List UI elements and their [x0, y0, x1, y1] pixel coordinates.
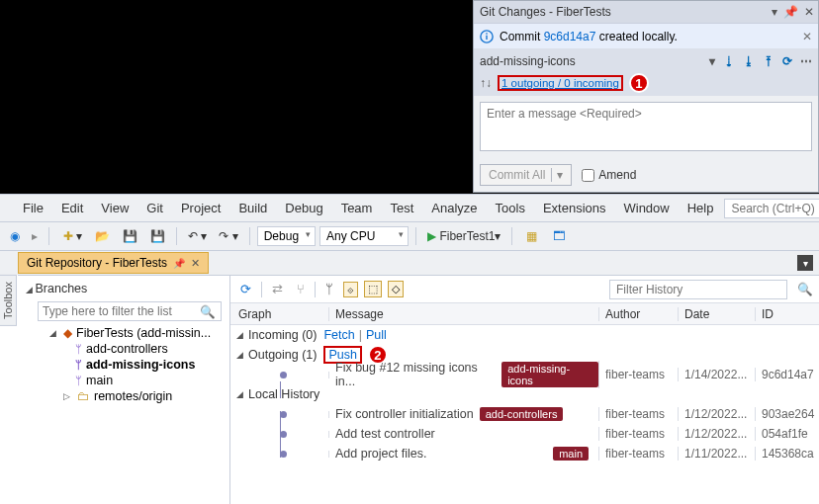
col-graph[interactable]: Graph — [230, 307, 329, 321]
history-columns: Graph Message Author Date ID — [230, 303, 819, 325]
nav-fwd-button[interactable]: ▸ — [28, 226, 42, 246]
menu-help[interactable]: Help — [681, 197, 721, 219]
tool-icon-1[interactable]: ▦ — [519, 225, 543, 247]
repo-node[interactable]: ◢ ◆ FiberTests (add-missin... — [28, 325, 229, 341]
commit-hash-link[interactable]: 9c6d14a7 — [544, 30, 596, 43]
col-date[interactable]: Date — [679, 307, 756, 321]
history-filter-input[interactable] — [609, 280, 787, 299]
dropdown-icon[interactable]: ▾ — [772, 5, 777, 19]
menu-analyze[interactable]: Analyze — [424, 197, 484, 219]
git-repo-icon: ◆ — [63, 326, 72, 340]
save-button[interactable]: 💾 — [118, 225, 141, 247]
sync-icon[interactable]: ⟳ — [782, 54, 792, 68]
expand-icon[interactable]: ▷ — [63, 391, 73, 401]
incoming-section[interactable]: ◢ Incoming (0) Fetch | Pull — [230, 325, 819, 345]
menu-view[interactable]: View — [94, 197, 136, 219]
svg-rect-1 — [486, 35, 487, 39]
col-id[interactable]: ID — [756, 307, 819, 321]
commit-row[interactable]: Fix controller initializationadd-control… — [230, 404, 819, 424]
branch-item[interactable]: ᛘ main — [28, 373, 229, 388]
col-message[interactable]: Message — [329, 307, 599, 321]
toggle-1[interactable]: ⟐ — [343, 282, 358, 297]
search-icon[interactable]: 🔍 — [195, 304, 221, 319]
menu-team[interactable]: Team — [334, 197, 380, 219]
commit-info-bar: Commit 9c6d14a7 created locally. ✕ — [474, 23, 818, 48]
menu-build[interactable]: Build — [231, 197, 274, 219]
fetch-icon[interactable]: ⭭ — [723, 54, 735, 68]
pin-icon[interactable]: 📌 — [783, 5, 798, 19]
menu-window[interactable]: Window — [616, 197, 676, 219]
tab-pin-icon[interactable]: 📌 — [173, 258, 185, 269]
branches-header[interactable]: Branches — [18, 280, 229, 299]
save-all-button[interactable]: 💾 — [145, 225, 169, 247]
tab-close-icon[interactable]: ✕ — [191, 257, 200, 270]
tab-overflow-icon[interactable]: ▾ — [797, 255, 813, 271]
graph-node-icon — [280, 431, 287, 438]
branch-tag: main — [553, 447, 589, 461]
tool-icon-2[interactable]: 🗔 — [547, 225, 571, 247]
menu-tools[interactable]: Tools — [489, 197, 532, 219]
menu-file[interactable]: File — [16, 197, 50, 219]
redo-button[interactable]: ↷ ▾ — [215, 226, 241, 246]
commit-info-text: Commit 9c6d14a7 created locally. — [500, 30, 678, 43]
close-icon[interactable]: ✕ — [804, 5, 814, 19]
pull-icon[interactable]: ⭳ — [743, 54, 755, 68]
commit-message-input[interactable] — [480, 102, 812, 151]
menu-project[interactable]: Project — [174, 197, 228, 219]
menu-edit[interactable]: Edit — [54, 197, 90, 219]
menu-debug[interactable]: Debug — [278, 197, 329, 219]
remotes-node[interactable]: ▷ 🗀 remotes/origin — [28, 388, 229, 404]
graph-node-icon — [280, 451, 287, 458]
menu-git[interactable]: Git — [139, 197, 170, 219]
commit-row[interactable]: Fix bug #12 missing icons in...add-missi… — [230, 365, 819, 384]
nav-back-button[interactable]: ◉ — [6, 226, 24, 246]
commit-row[interactable]: Add project files.main fiber-teams 1/11/… — [230, 444, 819, 463]
new-item-button[interactable]: ✚▾ — [56, 225, 86, 247]
sync-status-link[interactable]: 1 outgoing / 0 incoming — [498, 75, 623, 91]
start-button[interactable]: ▶ FiberTest1 ▾ — [423, 226, 504, 246]
menu-test[interactable]: Test — [383, 197, 420, 219]
more-icon[interactable]: ⋯ — [800, 54, 812, 68]
git-changes-panel: Git Changes - FiberTests ▾ 📌 ✕ Commit 9c… — [473, 0, 819, 193]
amend-checkbox-input[interactable] — [582, 169, 594, 182]
branch-item-current[interactable]: ᛘ add-missing-icons — [28, 357, 229, 373]
history-pane: ⟳ ⇄ ⑂ ᛘ ⟐ ⬚ ◇ 🔍 Graph Message Author D — [230, 276, 819, 504]
panel-titlebar: Git Changes - FiberTests ▾ 📌 ✕ — [474, 1, 818, 23]
expand-icon[interactable]: ◢ — [49, 328, 59, 338]
refresh-icon[interactable]: ⟳ — [236, 280, 255, 298]
panel-title: Git Changes - FiberTests — [480, 5, 611, 19]
branch-graph-icon[interactable]: ᛘ — [321, 281, 337, 298]
info-close-icon[interactable]: ✕ — [802, 30, 812, 43]
merge-icon[interactable]: ⑂ — [293, 281, 309, 298]
toggle-2[interactable]: ⬚ — [364, 281, 382, 297]
col-author[interactable]: Author — [599, 307, 679, 321]
open-button[interactable]: 📂 — [90, 225, 114, 247]
fetch-link[interactable]: Fetch — [323, 328, 354, 342]
branch-icon: ᛘ — [75, 359, 82, 371]
branches-filter-input[interactable] — [39, 302, 195, 320]
toolbox-sidebar-tab[interactable]: Toolbox — [0, 275, 17, 326]
toggle-3[interactable]: ◇ — [388, 281, 404, 297]
search-icon[interactable]: 🔍 — [797, 282, 813, 296]
menu-extensions[interactable]: Extensions — [536, 197, 613, 219]
branch-dropdown-icon[interactable]: ▾ — [709, 54, 715, 68]
current-branch[interactable]: add-missing-icons — [480, 54, 576, 68]
main-toolbar: ◉ ▸ ✚▾ 📂 💾 💾 ↶ ▾ ↷ ▾ Debug Any CPU ▶ Fib… — [0, 221, 819, 251]
platform-combo[interactable]: Any CPU — [319, 226, 409, 246]
callout-1: 1 — [629, 73, 649, 93]
push-icon[interactable]: ⭱ — [763, 54, 774, 68]
quick-search-input[interactable] — [724, 199, 819, 218]
svg-rect-2 — [486, 33, 487, 34]
commit-row[interactable]: Add test controller fiber-teams 1/12/202… — [230, 424, 819, 444]
tab-git-repository[interactable]: Git Repository - FiberTests 📌 ✕ — [18, 252, 209, 274]
graph-node-icon — [280, 372, 287, 378]
compare-icon[interactable]: ⇄ — [268, 280, 287, 298]
branch-icon: ᛘ — [75, 375, 82, 386]
pull-link[interactable]: Pull — [366, 328, 387, 342]
branch-item[interactable]: ᛘ add-controllers — [28, 341, 229, 357]
config-combo[interactable]: Debug — [257, 226, 316, 246]
amend-checkbox[interactable]: Amend — [582, 168, 636, 182]
commit-split-dropdown[interactable]: ▾ — [551, 168, 563, 182]
commit-all-button[interactable]: Commit All ▾ — [480, 164, 572, 186]
undo-button[interactable]: ↶ ▾ — [184, 226, 211, 246]
